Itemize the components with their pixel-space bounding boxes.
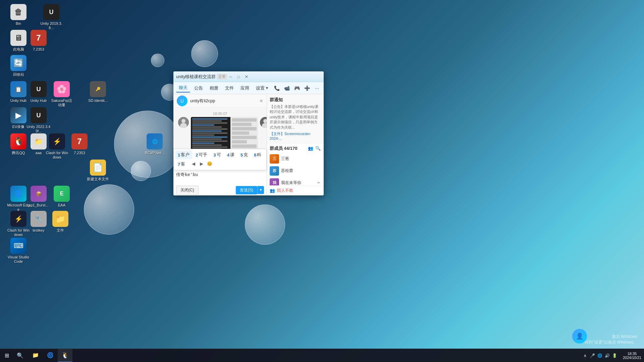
tab-settings[interactable]: 设置 ▼ <box>253 84 271 92</box>
file-link[interactable]: 【文件】Screenrecorder-2024-... <box>270 131 321 140</box>
autocomplete-items: 1 客户 2 可乎 3 可 4 课 <box>174 149 266 170</box>
todesk-icon: 📋 <box>10 81 26 97</box>
edge-icon: 🌀 <box>10 186 26 202</box>
member-name: 我在未等你 <box>281 180 314 185</box>
autocomplete-next[interactable]: ▶ <box>198 160 205 167</box>
huiyuan-label: 回收站 <box>13 72 24 77</box>
desktop-icon-unity2[interactable]: U Unity 2022.3.43f... <box>25 106 52 135</box>
add-icon[interactable]: ➕ <box>303 84 311 92</box>
call-icon[interactable]: 📞 <box>273 84 281 92</box>
cancel-button[interactable]: 关闭(C) <box>176 186 199 195</box>
clock-time: 18:35 <box>628 352 637 356</box>
desktop-icon-huiyuan[interactable]: 🔄 回收站 <box>5 54 32 78</box>
tray-battery-icon[interactable]: 🔋 <box>612 353 618 358</box>
eaa-label: EAA <box>58 203 65 207</box>
friends-section: 👥 陌人不敢 <box>267 185 324 195</box>
autocomplete-item-2[interactable]: 2 可乎 <box>193 150 210 159</box>
aaa-label: aaa <box>36 151 42 155</box>
game-icon[interactable]: 🎮 <box>293 84 301 92</box>
autocomplete-item-6[interactable]: 6 科 <box>251 150 264 159</box>
ev-icon: ▶ <box>10 107 26 123</box>
member-list-icon[interactable]: 👥 <box>308 145 314 152</box>
tab-chat[interactable]: 聊天 <box>176 84 190 93</box>
autocomplete-item-3[interactable]: 3 可 <box>211 150 223 159</box>
clock[interactable]: 18:35 2024/10/21 <box>620 352 644 360</box>
member-item-waiting[interactable]: 我 我在未等你 ✏ <box>267 177 324 185</box>
notice-content: 【公告】本群是c#移植unity课程讨论交流群，讨论交流c#和unity技术，课… <box>270 104 321 130</box>
video-icon[interactable]: 📹 <box>283 84 291 92</box>
testkey-label: testkey <box>33 228 45 233</box>
desktop-icon-eaa[interactable]: E EAA <box>48 184 75 209</box>
member-item-samba[interactable]: 三 三爸 <box>267 153 324 165</box>
autocomplete-prev[interactable]: ◀ <box>190 160 197 167</box>
tab-album[interactable]: 相册 <box>207 84 221 92</box>
qq-titlebar: unity移植课程交流群 正常 ─ □ ✕ <box>173 71 324 82</box>
desktop-icon-aaa[interactable]: 📁 aaa <box>25 132 52 157</box>
autocomplete-item-7[interactable]: 7 客 <box>175 160 188 169</box>
start-button[interactable]: ⊞ <box>0 349 13 362</box>
member-list[interactable]: 三 三爸 苏 苏桂蕾 我 我在未等你 ✏ 尘 尘世梦 ★ <box>267 153 324 185</box>
desktop-icon-vscode[interactable]: ⌨ Visual Studio Code <box>5 236 32 265</box>
maximize-button[interactable]: □ <box>235 73 242 80</box>
tab-app[interactable]: 应用 <box>238 84 252 92</box>
title-buttons: ─ □ ✕ <box>227 73 250 80</box>
vscode-icon: ⌨ <box>10 238 26 254</box>
taskbar-file-explorer[interactable]: 📁 <box>28 349 43 362</box>
window-title: unity移植课程交流群 <box>176 74 216 80</box>
desktop-icon-bin[interactable]: 🗑 Bin <box>5 3 32 27</box>
edge-icon: 🌀 <box>47 352 54 359</box>
message-avatar <box>178 117 189 128</box>
tray-network-icon[interactable]: 🌐 <box>597 353 603 358</box>
members-section: 群成员 44/170 👥 🔍 <box>267 143 324 153</box>
input-area[interactable]: 1 客户 2 可乎 3 可 4 课 <box>173 170 267 185</box>
friends-label[interactable]: 陌人不敢 <box>277 188 293 193</box>
send-dropdown-button[interactable]: ▼ <box>257 186 264 194</box>
desktop-icon-7z2[interactable]: 7 7.2353 <box>66 132 93 157</box>
message-input[interactable]: 传奇ke'bu <box>176 172 264 182</box>
eaa-icon: E <box>54 186 70 202</box>
more-icon[interactable]: ··· <box>313 84 321 92</box>
desktop-icon-unity[interactable]: U Unity 2019.3.8... <box>38 3 65 32</box>
tray-mic-icon[interactable]: 🎤 <box>590 353 595 358</box>
7z-icon: 7 <box>31 30 47 46</box>
autocomplete-emoji[interactable]: 😊 <box>206 160 213 167</box>
member-item-sgl[interactable]: 苏 苏桂蕾 <box>267 165 324 177</box>
desktop-icon-sd[interactable]: 🔑 SD.Identit... <box>85 80 111 104</box>
message-timestamp: 18:35:07 <box>176 112 264 116</box>
code-line <box>192 142 214 144</box>
autocomplete-dropdown: 1 客户 2 可乎 3 可 4 课 <box>173 149 267 170</box>
desktop-icon-app1[interactable]: 📦 ap1_Burst... <box>25 184 52 209</box>
desktop-icon-file[interactable]: 📁 文件 <box>47 209 74 234</box>
tray-volume-icon[interactable]: 🔊 <box>605 353 610 358</box>
member-search-icon[interactable]: 🔍 <box>315 145 321 152</box>
autocomplete-item-5[interactable]: 5 克 <box>238 150 251 159</box>
taskbar-edge[interactable]: 🌀 <box>43 349 58 362</box>
taskbar-qq[interactable]: 🐧 <box>58 349 72 362</box>
chat-close-icon[interactable]: ✕ <box>259 98 263 104</box>
tray-icons: ∧ 🎤 🌐 🔊 🔋 <box>583 353 618 358</box>
tray-expand-icon[interactable]: ∧ <box>583 353 588 358</box>
file-item <box>232 127 257 130</box>
taskbar-search-icon[interactable]: 🔍 <box>14 350 26 362</box>
desktop-icon-sakura[interactable]: 🌸 SakuraFrp活动重 <box>48 80 75 109</box>
sd-label: SD.Identit... <box>88 99 107 103</box>
file-explorer-icon: 📁 <box>32 352 39 359</box>
desktop-icon-7z[interactable]: 7 7.2353 <box>25 28 52 53</box>
file-item <box>232 140 247 143</box>
taskbar: ⊞ 🔍 📁 🌀 🐧 ∧ 🎤 🌐 🔊 🔋 18:35 2024/10/21 <box>0 349 644 362</box>
7z-label: 7.2353 <box>33 47 44 52</box>
send-button[interactable]: 发送(S) <box>236 186 257 194</box>
minimize-button[interactable]: ─ <box>227 73 234 80</box>
close-button[interactable]: ✕ <box>243 73 250 80</box>
desktop-icon-bcvp[interactable]: 🌐 BCVP.Net... <box>141 132 168 157</box>
qq-chat-window: unity移植课程交流群 正常 ─ □ ✕ 聊天 公告 相册 文件 应用 设置 … <box>173 71 324 195</box>
tab-notice[interactable]: 公告 <box>192 84 206 92</box>
code-line <box>192 120 222 122</box>
autocomplete-item-4[interactable]: 4 课 <box>224 150 237 159</box>
member-avatar: 苏 <box>270 166 279 176</box>
tab-file[interactable]: 文件 <box>222 84 236 92</box>
desktop-icon-unity-hub[interactable]: U Unity Hub <box>25 80 52 104</box>
desktop-icon-docs[interactable]: 📄 新建文本文件 <box>85 158 111 183</box>
settings-arrow-icon: ▼ <box>265 86 269 90</box>
autocomplete-item-1[interactable]: 1 客户 <box>175 150 192 159</box>
